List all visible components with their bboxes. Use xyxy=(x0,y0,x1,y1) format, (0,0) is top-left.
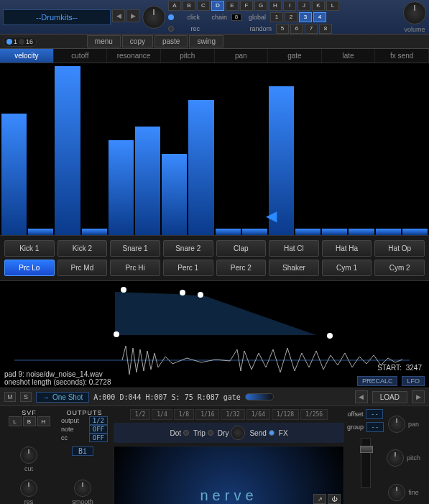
seq-step-16[interactable] xyxy=(402,229,428,235)
pattern-2-button[interactable]: 2 xyxy=(285,12,297,22)
filter-b-button[interactable]: B xyxy=(23,416,36,426)
top-knob[interactable] xyxy=(142,6,165,29)
filter-l-button[interactable]: L xyxy=(9,416,22,426)
pattern-c-button[interactable]: C xyxy=(197,1,210,11)
pad-clap[interactable]: Clap xyxy=(216,240,267,257)
load-prev-button[interactable]: ◀ xyxy=(355,390,368,403)
preset-prev-button[interactable]: ◀ xyxy=(112,9,125,22)
note-value[interactable]: OFF xyxy=(89,425,108,434)
pattern-3-button[interactable]: 3 xyxy=(299,12,312,22)
tab-pitch[interactable]: pitch xyxy=(161,49,215,63)
pattern-5-button[interactable]: 5 xyxy=(276,24,289,34)
pad-hat-cl[interactable]: Hat Cl xyxy=(269,240,319,257)
paste-button[interactable]: paste xyxy=(154,35,188,47)
tab-late[interactable]: late xyxy=(322,49,376,63)
seq-step-7[interactable] xyxy=(162,154,187,235)
dot-toggle[interactable] xyxy=(183,430,189,436)
pad-prc-md[interactable]: Prc Md xyxy=(57,260,108,276)
tab-fx-send[interactable]: fx send xyxy=(375,49,429,63)
pattern-1-button[interactable]: 1 xyxy=(270,12,283,22)
pattern-k-button[interactable]: K xyxy=(312,1,325,11)
division-1-32[interactable]: 1/32 xyxy=(221,409,244,420)
attack-value[interactable]: A:000 xyxy=(93,393,115,401)
power-icon[interactable]: ⏻ xyxy=(328,494,341,504)
level-fader[interactable] xyxy=(361,438,371,488)
lfo-button[interactable]: LFO xyxy=(402,376,425,386)
pad-hat-ha[interactable]: Hat Ha xyxy=(322,240,372,257)
env-handle-5[interactable] xyxy=(327,333,333,339)
env-handle-4[interactable] xyxy=(198,292,203,298)
click-radio[interactable] xyxy=(168,14,174,20)
play-mode-display[interactable]: → One Shot xyxy=(36,392,89,403)
seq-step-1[interactable] xyxy=(1,114,27,235)
seq-step-15[interactable] xyxy=(376,229,401,235)
fader-handle[interactable] xyxy=(360,446,373,453)
tab-pan[interactable]: pan xyxy=(215,49,269,63)
pad-prc-lo[interactable]: Prc Lo xyxy=(4,260,55,276)
settings-icon[interactable]: ↗ xyxy=(313,494,326,504)
seq-step-5[interactable] xyxy=(109,140,134,235)
pattern-e-button[interactable]: E xyxy=(226,1,239,11)
tab-gate[interactable]: gate xyxy=(268,49,322,63)
step-indicator[interactable]: 1 16 xyxy=(3,37,37,47)
pan-knob[interactable] xyxy=(388,416,405,433)
offset-value[interactable]: -- xyxy=(366,409,383,419)
env-handle-1[interactable] xyxy=(114,331,119,337)
seq-step-2[interactable] xyxy=(28,229,53,235)
load-next-button[interactable]: ▶ xyxy=(412,390,425,403)
filter-h-button[interactable]: H xyxy=(37,416,50,426)
chain-value[interactable]: 8 xyxy=(231,14,241,21)
solo-button[interactable]: S xyxy=(20,392,32,402)
pad-shaker[interactable]: Shaker xyxy=(269,260,319,276)
division-1-128[interactable]: 1/128 xyxy=(272,409,299,420)
pad-cym-1[interactable]: Cym 1 xyxy=(322,260,372,276)
pattern-j-button[interactable]: J xyxy=(297,1,310,11)
pattern-h-button[interactable]: H xyxy=(269,1,282,11)
pattern-d-button[interactable]: D xyxy=(211,1,224,11)
pattern-b-button[interactable]: B xyxy=(183,1,195,11)
pad-snare-1[interactable]: Snare 1 xyxy=(110,240,160,257)
menu-button[interactable]: menu xyxy=(87,35,121,47)
pattern-f-button[interactable]: F xyxy=(240,1,253,11)
division-1-16[interactable]: 1/16 xyxy=(195,409,219,420)
tab-velocity[interactable]: velocity xyxy=(0,49,54,63)
pad-cym-2[interactable]: Cym 2 xyxy=(374,260,425,276)
copy-button[interactable]: copy xyxy=(122,35,153,47)
cutoff-knob[interactable] xyxy=(20,446,37,464)
pad-hat-op[interactable]: Hat Op xyxy=(374,240,425,257)
tab-resonance[interactable]: resonance xyxy=(107,49,161,63)
pattern-6-button[interactable]: 6 xyxy=(290,24,303,34)
group-value[interactable]: -- xyxy=(366,422,384,432)
sustain-value[interactable]: S: 75 xyxy=(172,393,193,401)
cc-value[interactable]: OFF xyxy=(89,434,108,442)
resonance-knob[interactable] xyxy=(20,480,37,497)
pad-kick-2[interactable]: Kick 2 xyxy=(57,240,108,257)
send-toggle[interactable] xyxy=(269,430,275,436)
fine-knob[interactable] xyxy=(388,484,405,501)
pad-perc-2[interactable]: Perc 2 xyxy=(216,260,267,276)
pattern-4-button[interactable]: 4 xyxy=(313,12,326,22)
pattern-a-button[interactable]: A xyxy=(168,1,181,11)
volume-knob[interactable] xyxy=(403,1,426,24)
pattern-i-button[interactable]: I xyxy=(283,1,296,11)
preset-next-button[interactable]: ▶ xyxy=(126,9,139,22)
env-handle-3[interactable] xyxy=(180,290,185,295)
decay-value[interactable]: D:044 xyxy=(119,393,141,401)
pattern-g-button[interactable]: G xyxy=(254,1,267,11)
seq-step-4[interactable] xyxy=(82,229,107,235)
precalc-button[interactable]: PRECALC xyxy=(357,376,398,386)
release-value[interactable]: R:087 xyxy=(198,393,219,401)
division-1-256[interactable]: 1/256 xyxy=(300,409,328,420)
division-1-4[interactable]: 1/4 xyxy=(152,409,172,420)
output-value[interactable]: 1/2 xyxy=(89,416,108,425)
env-handle-2[interactable] xyxy=(121,287,126,293)
dry-knob[interactable] xyxy=(231,426,245,440)
hold-value[interactable]: H:007 xyxy=(145,393,167,401)
seq-step-12[interactable] xyxy=(295,229,320,235)
pattern-l-button[interactable]: L xyxy=(326,1,339,11)
gate-slider[interactable] xyxy=(245,393,274,400)
rec-radio[interactable] xyxy=(168,26,174,32)
seq-step-13[interactable] xyxy=(322,229,347,235)
swing-button[interactable]: swing xyxy=(189,35,223,47)
load-button[interactable]: LOAD xyxy=(372,391,407,403)
